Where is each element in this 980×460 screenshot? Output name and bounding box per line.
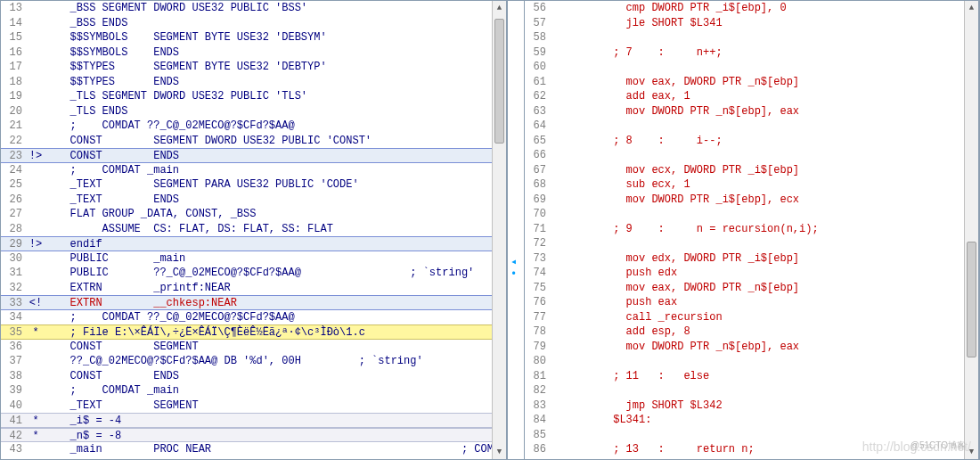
scroll-up-icon[interactable]: ▲ bbox=[493, 1, 506, 15]
diff-marker bbox=[26, 75, 45, 89]
code-line[interactable]: 84 $L341: bbox=[525, 413, 978, 428]
code-line[interactable]: 30 PUBLIC _main bbox=[1, 251, 506, 267]
code-line[interactable]: 62 add eax, 1 bbox=[525, 89, 978, 104]
right-code-area[interactable]: 56 cmp DWORD PTR _i$[ebp], 057 jle SHORT… bbox=[525, 1, 978, 459]
code-line[interactable]: 72 bbox=[525, 236, 978, 251]
code-line[interactable]: 79 mov DWORD PTR _n$[ebp], eax bbox=[525, 340, 978, 355]
scroll-down-icon[interactable]: ▼ bbox=[965, 445, 978, 459]
code-line[interactable]: 42* _n$ = -8 bbox=[1, 428, 506, 443]
code-text: ; 11 : else bbox=[569, 369, 978, 383]
code-line[interactable]: 22 CONST SEGMENT DWORD USE32 PUBLIC 'CON… bbox=[1, 134, 506, 149]
code-line[interactable]: 75 mov eax, DWORD PTR _n$[ebp] bbox=[525, 281, 978, 296]
code-line[interactable]: 34 ; COMDAT ??_C@_02MECO@?$CFd?$AA@ bbox=[1, 310, 506, 325]
right-scrollbar[interactable]: ▲ ▼ bbox=[964, 1, 978, 459]
code-line[interactable]: 68 sub ecx, 1 bbox=[525, 177, 978, 193]
diff-marker bbox=[550, 340, 569, 354]
code-line[interactable]: 38 CONST ENDS bbox=[1, 369, 506, 384]
diff-marker bbox=[26, 119, 45, 133]
code-text: $$TYPES ENDS bbox=[45, 75, 506, 89]
scroll-down-icon[interactable]: ▼ bbox=[493, 445, 506, 459]
code-line[interactable]: 74 push edx bbox=[525, 266, 978, 281]
merge-arrow-icon[interactable]: ◂ bbox=[510, 255, 517, 268]
line-number: 16 bbox=[1, 45, 26, 60]
code-line[interactable]: 65 ; 8 : i--; bbox=[525, 134, 978, 149]
code-line[interactable]: 23!> CONST ENDS bbox=[1, 148, 506, 163]
code-line[interactable]: 17 $$TYPES SEGMENT BYTE USE32 'DEBTYP' bbox=[1, 60, 506, 75]
code-line[interactable]: 71 ; 9 : n = recursion(n,i); bbox=[525, 222, 978, 237]
code-text bbox=[569, 457, 978, 460]
left-scrollbar-thumb[interactable] bbox=[494, 19, 504, 144]
code-line[interactable]: 70 bbox=[525, 207, 978, 222]
code-line[interactable]: 57 jle SHORT $L341 bbox=[525, 16, 978, 31]
left-code-area[interactable]: 13 _BSS SEGMENT DWORD USE32 PUBLIC 'BSS'… bbox=[1, 1, 506, 459]
line-number: 58 bbox=[525, 30, 550, 45]
code-line[interactable]: 35* ; File E:\×ÊÁÏ\,÷¿Ë×ÊÁÏ\Ç¶ÈëÊ½Ëã¿ª·¢… bbox=[1, 324, 506, 340]
code-line[interactable]: 29!> endif bbox=[1, 236, 506, 251]
code-line[interactable]: 59 ; 7 : n++; bbox=[525, 45, 978, 61]
code-line[interactable]: 20 _TLS ENDS bbox=[1, 104, 506, 119]
diff-marker bbox=[550, 148, 569, 162]
code-line[interactable]: 81 ; 11 : else bbox=[525, 369, 978, 384]
code-line[interactable]: 33<! EXTRN __chkesp:NEAR bbox=[1, 295, 506, 310]
code-line[interactable]: 60 bbox=[525, 60, 978, 75]
code-line[interactable]: 36 CONST SEGMENT bbox=[1, 340, 506, 355]
code-line[interactable]: 26 _TEXT ENDS bbox=[1, 193, 506, 208]
code-line[interactable]: 27 FLAT GROUP _DATA, CONST, _BSS bbox=[1, 207, 506, 222]
code-line[interactable]: 31 PUBLIC ??_C@_02MECO@?$CFd?$AA@ ; `str… bbox=[1, 266, 506, 281]
code-line[interactable]: 56 cmp DWORD PTR _i$[ebp], 0 bbox=[525, 1, 978, 16]
left-scrollbar[interactable]: ▲ ▼ bbox=[492, 1, 506, 459]
line-number: 31 bbox=[1, 266, 26, 280]
code-line[interactable]: 67 mov ecx, DWORD PTR _i$[ebp] bbox=[525, 163, 978, 178]
diff-marker bbox=[26, 281, 45, 295]
merge-arrow-icon[interactable]: • bbox=[510, 268, 517, 281]
code-line[interactable]: 15 $$SYMBOLS SEGMENT BYTE USE32 'DEBSYM' bbox=[1, 30, 506, 45]
line-number: 32 bbox=[1, 281, 26, 295]
line-number: 41 bbox=[1, 414, 26, 427]
code-line[interactable]: 18 $$TYPES ENDS bbox=[1, 75, 506, 90]
code-line[interactable]: 69 mov DWORD PTR _i$[ebp], ecx bbox=[525, 193, 978, 208]
code-line[interactable]: 87 bbox=[525, 457, 978, 460]
code-line[interactable]: 28 ASSUME CS: FLAT, DS: FLAT, SS: FLAT bbox=[1, 222, 506, 237]
code-line[interactable]: 41* _i$ = -4 bbox=[1, 413, 506, 428]
code-line[interactable]: 44 bbox=[1, 457, 506, 460]
code-line[interactable]: 14 _BSS ENDS bbox=[1, 16, 506, 31]
code-line[interactable]: 58 bbox=[525, 30, 978, 45]
code-line[interactable]: 37 ??_C@_02MECO@?$CFd?$AA@ DB '%d', 00H … bbox=[1, 354, 506, 369]
code-line[interactable]: 24 ; COMDAT _main bbox=[1, 163, 506, 178]
code-line[interactable]: 83 jmp SHORT $L342 bbox=[525, 398, 978, 414]
line-number: 27 bbox=[1, 207, 26, 221]
code-text: ??_C@_02MECO@?$CFd?$AA@ DB '%d', 00H ; `… bbox=[45, 354, 506, 368]
line-number: 72 bbox=[525, 236, 550, 251]
code-line[interactable]: 78 add esp, 8 bbox=[525, 324, 978, 340]
diff-marker bbox=[26, 457, 45, 460]
code-line[interactable]: 66 bbox=[525, 148, 978, 163]
code-line[interactable]: 21 ; COMDAT ??_C@_02MECO@?$CFd?$AA@ bbox=[1, 119, 506, 134]
code-line[interactable]: 25 _TEXT SEGMENT PARA USE32 PUBLIC 'CODE… bbox=[1, 177, 506, 193]
code-line[interactable]: 32 EXTRN _printf:NEAR bbox=[1, 281, 506, 296]
diff-marker bbox=[26, 134, 45, 148]
code-line[interactable]: 39 ; COMDAT _main bbox=[1, 383, 506, 398]
code-line[interactable]: 43 _main PROC NEAR ; COMDAT bbox=[1, 442, 506, 457]
line-number: 62 bbox=[525, 89, 550, 103]
diff-marker bbox=[550, 413, 569, 427]
code-line[interactable]: 40 _TEXT SEGMENT bbox=[1, 398, 506, 414]
code-text: CONST SEGMENT bbox=[45, 340, 506, 354]
diff-marker: * bbox=[26, 414, 45, 427]
code-line[interactable]: 16 $$SYMBOLS ENDS bbox=[1, 45, 506, 61]
code-line[interactable]: 64 bbox=[525, 119, 978, 134]
scroll-up-icon[interactable]: ▲ bbox=[965, 1, 978, 15]
code-line[interactable]: 76 push eax bbox=[525, 295, 978, 310]
code-line[interactable]: 13 _BSS SEGMENT DWORD USE32 PUBLIC 'BSS' bbox=[1, 1, 506, 16]
code-line[interactable]: 73 mov edx, DWORD PTR _i$[ebp] bbox=[525, 251, 978, 267]
diff-marker bbox=[550, 222, 569, 236]
line-number: 33 bbox=[1, 296, 26, 309]
code-line[interactable]: 80 bbox=[525, 354, 978, 369]
code-line[interactable]: 82 bbox=[525, 383, 978, 398]
code-line[interactable]: 19 _TLS SEGMENT DWORD USE32 PUBLIC 'TLS' bbox=[1, 89, 506, 104]
right-scrollbar-thumb[interactable] bbox=[967, 242, 976, 357]
code-line[interactable]: 61 mov eax, DWORD PTR _n$[ebp] bbox=[525, 75, 978, 90]
code-line[interactable]: 63 mov DWORD PTR _n$[ebp], eax bbox=[525, 104, 978, 119]
code-line[interactable]: 77 call _recursion bbox=[525, 310, 978, 325]
code-text: PUBLIC ??_C@_02MECO@?$CFd?$AA@ ; `string… bbox=[45, 266, 506, 280]
code-text: ; COMDAT _main bbox=[45, 163, 506, 177]
